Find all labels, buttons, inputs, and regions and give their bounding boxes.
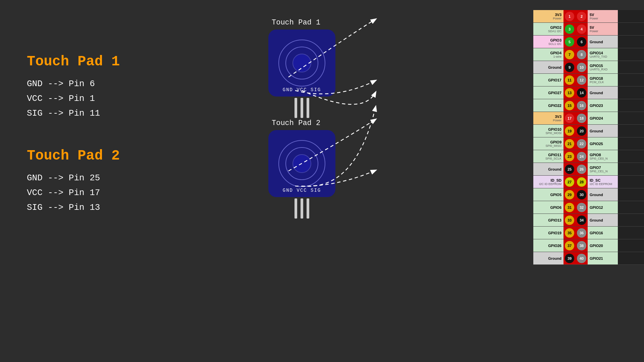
left-label-0: 3V3 Power bbox=[533, 10, 564, 22]
pin-left-col-17: 35 bbox=[564, 227, 576, 239]
pin-left-col-3: 7 bbox=[564, 48, 576, 61]
right-label-13: ID_SC I2C ID EEPROM bbox=[588, 176, 618, 188]
touchpad2-label: GND VCC SIG bbox=[283, 188, 321, 193]
pin-28: 28 bbox=[577, 177, 586, 187]
pin-right-col-2: 6 bbox=[576, 36, 588, 48]
left-label-17: GPIO19 bbox=[533, 227, 564, 239]
pin-17: 17 bbox=[565, 114, 574, 123]
pin-right-col-16: 34 bbox=[576, 214, 588, 226]
pin-left-col-11: 23 bbox=[564, 150, 576, 163]
pin-left-col-15: 31 bbox=[564, 201, 576, 214]
pin-11: 11 bbox=[565, 75, 574, 85]
right-label-1: 5V Power bbox=[588, 23, 618, 35]
pin-left-col-8: 17 bbox=[564, 112, 576, 124]
gpio-row-16: GPIO13 33 34 Ground bbox=[533, 214, 644, 227]
pin-right-col-7: 16 bbox=[576, 99, 588, 112]
left-label-13: ID_SD I2C ID EEPROM bbox=[533, 176, 564, 188]
pin-34: 34 bbox=[577, 216, 586, 225]
gpio-row-10: GPIO9 SPI0_MISO 21 22 GPIO25 bbox=[533, 137, 644, 150]
gpio-row-13: ID_SD I2C ID EEPROM 27 28 ID_SC I2C ID E… bbox=[533, 176, 644, 188]
gpio-row-18: GPIO26 37 38 GPIO20 bbox=[533, 239, 644, 252]
gpio-chart: 3V3 Power 1 2 5V Power GPIO2 SDA1 I2C 3 … bbox=[533, 10, 644, 265]
pin-right-col-13: 28 bbox=[576, 176, 588, 188]
left-label-9: GPIO10 SPI0_MOSI bbox=[533, 125, 564, 137]
touchpad1-visual: GND VCC SIG bbox=[268, 29, 335, 97]
pin-1: 1 bbox=[565, 12, 574, 21]
pin-left-col-1: 3 bbox=[564, 23, 576, 35]
pin-30: 30 bbox=[577, 190, 586, 199]
touchpad2-container: Touch Pad 2 GND VCC SIG bbox=[268, 119, 335, 219]
right-label-12: GPIO7 SPI0_CE1_N bbox=[588, 163, 618, 175]
pin-9: 9 bbox=[565, 63, 574, 72]
pin-right-col-1: 4 bbox=[576, 23, 588, 35]
pin-38: 38 bbox=[577, 241, 586, 250]
pin-39: 39 bbox=[565, 254, 574, 263]
pin-left-col-16: 33 bbox=[564, 214, 576, 226]
right-label-14: Ground bbox=[588, 188, 618, 201]
gpio-row-1: GPIO2 SDA1 I2C 3 4 5V Power bbox=[533, 23, 644, 36]
pin-right-col-15: 32 bbox=[576, 201, 588, 214]
pin-right-col-3: 8 bbox=[576, 48, 588, 61]
pad1-pin-info: GND --> Pin 6 VCC --> Pin 1 SIG --> Pin … bbox=[27, 76, 120, 121]
pin-15: 15 bbox=[565, 101, 574, 110]
pad2-title: Touch Pad 2 bbox=[27, 148, 120, 164]
touchpad2-name: Touch Pad 2 bbox=[272, 119, 335, 127]
touchpad1-pins bbox=[268, 98, 335, 118]
pin-21: 21 bbox=[565, 139, 574, 148]
left-label-12: Ground bbox=[533, 163, 564, 175]
pin-right-col-6: 14 bbox=[576, 86, 588, 99]
right-label-16: Ground bbox=[588, 214, 618, 226]
pin-left-col-10: 21 bbox=[564, 137, 576, 150]
pin-14: 14 bbox=[577, 88, 586, 98]
right-label-6: Ground bbox=[588, 86, 618, 99]
pin-left-col-14: 29 bbox=[564, 188, 576, 201]
pin-left-col-5: 11 bbox=[564, 74, 576, 86]
gpio-row-11: GPIO11 SPI0_SCLK 23 24 GPIO8 SPI0_CE0_N bbox=[533, 150, 644, 163]
pin-left-col-0: 1 bbox=[564, 10, 576, 22]
left-label-19: Ground bbox=[533, 252, 564, 264]
pin-27: 27 bbox=[565, 177, 574, 187]
left-label-5: GPIO17 bbox=[533, 74, 564, 86]
right-label-8: GPIO24 bbox=[588, 112, 618, 124]
pin-24: 24 bbox=[577, 152, 586, 161]
right-label-4: GPIO15 UART0_RXD bbox=[588, 61, 618, 73]
gpio-row-9: GPIO10 SPI0_MOSI 19 20 Ground bbox=[533, 125, 644, 137]
gpio-row-4: Ground 9 10 GPIO15 UART0_RXD bbox=[533, 61, 644, 74]
touchpad1-name: Touch Pad 1 bbox=[272, 18, 335, 27]
pin-right-col-11: 24 bbox=[576, 150, 588, 163]
pin-10: 10 bbox=[577, 63, 586, 72]
pin-right-col-5: 12 bbox=[576, 74, 588, 86]
pin-12: 12 bbox=[577, 75, 586, 85]
pin-31: 31 bbox=[565, 203, 574, 212]
pin-36: 36 bbox=[577, 228, 586, 238]
touchpad2-visual: GND VCC SIG bbox=[268, 130, 335, 197]
right-label-10: GPIO25 bbox=[588, 137, 618, 150]
pin-left-col-2: 5 bbox=[564, 36, 576, 48]
pin-29: 29 bbox=[565, 190, 574, 199]
gpio-row-8: 3V3 Power 17 18 GPIO24 bbox=[533, 112, 644, 125]
pin-6: 6 bbox=[577, 37, 586, 47]
pin-26: 26 bbox=[577, 165, 586, 174]
pin-25: 25 bbox=[565, 165, 574, 174]
pin-16: 16 bbox=[577, 101, 586, 110]
left-label-15: GPIO6 bbox=[533, 201, 564, 214]
gpio-row-6: GPIO27 13 14 Ground bbox=[533, 86, 644, 99]
pad1-title: Touch Pad 1 bbox=[27, 54, 120, 70]
pin-13: 13 bbox=[565, 88, 574, 98]
left-label-2: GPIO3 SCL1 I2C bbox=[533, 36, 564, 48]
right-label-9: Ground bbox=[588, 125, 618, 137]
pin-left-col-7: 15 bbox=[564, 99, 576, 112]
pin-20: 20 bbox=[577, 126, 586, 136]
pin-left-col-13: 27 bbox=[564, 176, 576, 188]
pin-5: 5 bbox=[565, 37, 574, 47]
left-label-11: GPIO11 SPI0_SCLK bbox=[533, 150, 564, 163]
gpio-row-19: Ground 39 40 GPIO21 bbox=[533, 252, 644, 265]
pin-35: 35 bbox=[565, 228, 574, 238]
right-label-0: 5V Power bbox=[588, 10, 618, 22]
pin-32: 32 bbox=[577, 203, 586, 212]
left-label-14: GPIO5 bbox=[533, 188, 564, 201]
left-label-10: GPIO9 SPI0_MISO bbox=[533, 137, 564, 150]
left-label-16: GPIO13 bbox=[533, 214, 564, 226]
pin-right-col-18: 38 bbox=[576, 239, 588, 252]
right-label-19: GPIO21 bbox=[588, 252, 618, 264]
